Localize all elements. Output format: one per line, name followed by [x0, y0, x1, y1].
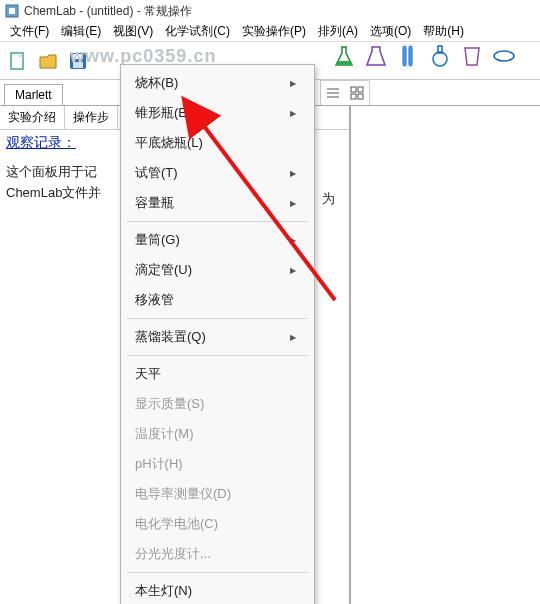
menu-item-label: 电化学电池(C) — [135, 515, 218, 533]
menu-item-13: 显示质量(S) — [121, 389, 314, 419]
canvas-area[interactable] — [350, 106, 540, 604]
menu-item-label: pH计(H) — [135, 455, 183, 473]
menu-item-2[interactable]: 平底烧瓶(L) — [121, 128, 314, 158]
menu-separator — [127, 355, 308, 356]
menu-separator — [127, 318, 308, 319]
menu-item-label: 本生灯(N) — [135, 582, 192, 600]
menu-item-7[interactable]: 滴定管(U) — [121, 255, 314, 285]
menu-file[interactable]: 文件(F) — [4, 23, 55, 40]
menu-item-1[interactable]: 锥形瓶(E) — [121, 98, 314, 128]
menu-bar: 文件(F) 编辑(E) 视图(V) 化学试剂(C) 实验操作(P) 排列(A) … — [0, 22, 540, 42]
svg-rect-6 — [403, 46, 406, 66]
menu-view[interactable]: 视图(V) — [107, 23, 159, 40]
menu-item-label: 分光光度计... — [135, 545, 211, 563]
menu-item-label: 烧杯(B) — [135, 74, 178, 92]
menu-item-6[interactable]: 量筒(G) — [121, 225, 314, 255]
menu-item-8[interactable]: 移液管 — [121, 285, 314, 315]
menu-edit[interactable]: 编辑(E) — [55, 23, 107, 40]
menu-item-17: 电化学电池(C) — [121, 509, 314, 539]
svg-rect-1 — [9, 8, 15, 14]
menu-item-label: 温度计(M) — [135, 425, 194, 443]
menu-item-18: 分光光度计... — [121, 539, 314, 569]
menu-operate[interactable]: 实验操作(P) — [236, 23, 312, 40]
instrument-toolbar — [330, 42, 518, 70]
tab-marlett[interactable]: Marlett — [4, 84, 63, 105]
menu-separator — [127, 221, 308, 222]
flask-icon[interactable] — [330, 42, 358, 70]
window-title: ChemLab - (untitled) - 常规操作 — [24, 3, 192, 20]
menu-item-label: 天平 — [135, 365, 161, 383]
menu-item-14: 温度计(M) — [121, 419, 314, 449]
title-bar: ChemLab - (untitled) - 常规操作 — [0, 0, 540, 22]
open-file-icon[interactable] — [34, 47, 62, 75]
new-file-icon[interactable] — [4, 47, 32, 75]
menu-item-label: 蒸馏装置(Q) — [135, 328, 206, 346]
menu-reagent[interactable]: 化学试剂(C) — [159, 23, 236, 40]
menu-options[interactable]: 选项(O) — [364, 23, 417, 40]
menu-item-3[interactable]: 试管(T) — [121, 158, 314, 188]
test-tube-icon[interactable] — [394, 42, 422, 70]
menu-item-label: 试管(T) — [135, 164, 178, 182]
menu-item-label: 容量瓶 — [135, 194, 174, 212]
menu-item-20[interactable]: 本生灯(N) — [121, 576, 314, 604]
svg-point-10 — [494, 51, 514, 61]
tab-steps[interactable]: 操作步 — [65, 106, 118, 129]
menu-item-label: 锥形瓶(E) — [135, 104, 191, 122]
menu-item-15: pH计(H) — [121, 449, 314, 479]
tab-intro[interactable]: 实验介绍 — [0, 106, 65, 129]
equipment-context-menu: 烧杯(B)锥形瓶(E)平底烧瓶(L)试管(T)容量瓶量筒(G)滴定管(U)移液管… — [120, 64, 315, 604]
menu-separator — [127, 572, 308, 573]
app-icon — [4, 3, 20, 19]
svg-point-8 — [433, 52, 447, 66]
obs-frag: 为 — [322, 190, 335, 208]
menu-item-label: 显示质量(S) — [135, 395, 204, 413]
svg-rect-5 — [73, 62, 83, 68]
menu-item-12[interactable]: 天平 — [121, 359, 314, 389]
round-flask-icon[interactable] — [426, 42, 454, 70]
menu-item-label: 平底烧瓶(L) — [135, 134, 203, 152]
menu-item-label: 移液管 — [135, 291, 174, 309]
menu-item-16: 电导率测量仪(D) — [121, 479, 314, 509]
menu-item-label: 量筒(G) — [135, 231, 180, 249]
menu-item-0[interactable]: 烧杯(B) — [121, 68, 314, 98]
menu-item-4[interactable]: 容量瓶 — [121, 188, 314, 218]
erlenmeyer-icon[interactable] — [362, 42, 390, 70]
beaker-icon[interactable] — [458, 42, 486, 70]
menu-help[interactable]: 帮助(H) — [417, 23, 470, 40]
menu-item-10[interactable]: 蒸馏装置(Q) — [121, 322, 314, 352]
save-icon[interactable] — [64, 47, 92, 75]
menu-arrange[interactable]: 排列(A) — [312, 23, 364, 40]
svg-rect-7 — [409, 46, 412, 66]
menu-item-label: 滴定管(U) — [135, 261, 192, 279]
svg-rect-4 — [73, 54, 83, 59]
dish-icon[interactable] — [490, 42, 518, 70]
menu-item-label: 电导率测量仪(D) — [135, 485, 231, 503]
